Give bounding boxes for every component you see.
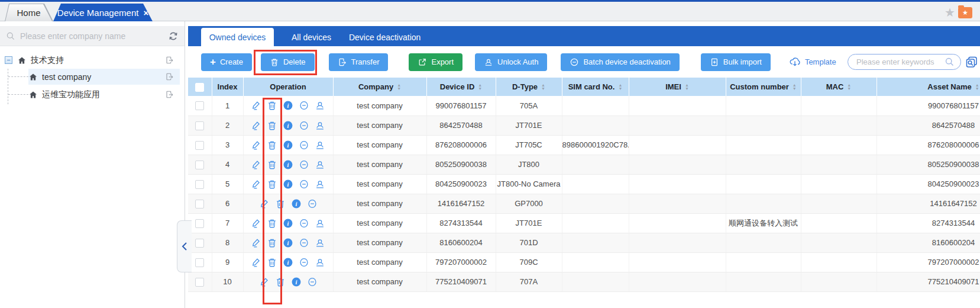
edit-icon[interactable] xyxy=(251,140,261,150)
sort-icon[interactable]: ▲▼ xyxy=(478,84,482,91)
tab-device-management[interactable]: Device Management × xyxy=(53,4,153,21)
info-icon[interactable]: i xyxy=(291,198,302,209)
collapse-node-icon[interactable]: − xyxy=(5,56,12,64)
info-icon[interactable]: i xyxy=(283,159,293,170)
edit-icon[interactable] xyxy=(251,159,261,170)
row-checkbox[interactable] xyxy=(195,239,204,248)
column-header-sim[interactable]: SIM card No.▲▼ xyxy=(562,78,629,96)
keyword-search-input[interactable] xyxy=(856,57,945,66)
delete-icon[interactable] xyxy=(267,120,277,131)
delete-icon[interactable] xyxy=(267,140,277,150)
deactivate-icon[interactable] xyxy=(307,277,318,287)
deactivate-icon[interactable] xyxy=(299,218,309,229)
auth-icon[interactable] xyxy=(315,100,325,111)
unlock-auth-button[interactable]: Unlock Auth xyxy=(475,53,547,71)
auth-icon[interactable] xyxy=(315,140,325,150)
tab-device-deactivation[interactable]: Device deactivation xyxy=(349,28,421,46)
export-button[interactable]: Export xyxy=(409,53,462,71)
delete-icon[interactable] xyxy=(275,198,286,209)
row-checkbox[interactable] xyxy=(195,101,204,110)
row-checkbox[interactable] xyxy=(195,258,204,267)
tree-node-ops-app[interactable]: 运维宝功能应用 xyxy=(28,86,180,102)
column-header-mac[interactable]: MAC▲▼ xyxy=(801,78,876,96)
column-header-asset[interactable]: Asset Name▲▼ xyxy=(876,78,980,96)
delete-icon[interactable] xyxy=(267,238,277,248)
delete-icon[interactable] xyxy=(275,277,286,287)
tree-node-root[interactable]: − 技术支持 xyxy=(5,52,180,68)
deactivate-icon[interactable] xyxy=(299,159,309,170)
row-checkbox[interactable] xyxy=(195,141,204,150)
row-checkbox[interactable] xyxy=(195,180,204,189)
edit-icon[interactable] xyxy=(251,120,261,131)
refresh-icon[interactable] xyxy=(168,31,179,41)
info-icon[interactable]: i xyxy=(283,120,293,131)
tree-node-test-company[interactable]: test company xyxy=(28,69,180,85)
auth-icon[interactable] xyxy=(315,120,325,131)
delete-icon[interactable] xyxy=(267,100,277,111)
info-icon[interactable]: i xyxy=(283,218,293,229)
deactivate-icon[interactable] xyxy=(299,257,309,268)
column-header-device_id[interactable]: Device ID▲▼ xyxy=(426,78,496,96)
delete-icon[interactable] xyxy=(267,159,277,170)
tab-home[interactable]: Home xyxy=(5,4,53,21)
edit-icon[interactable] xyxy=(251,100,261,111)
sort-icon[interactable]: ▲▼ xyxy=(685,84,689,91)
info-icon[interactable]: i xyxy=(283,100,293,111)
tab-owned-devices[interactable]: Owned devices xyxy=(201,28,274,46)
row-checkbox[interactable] xyxy=(195,161,204,169)
edit-icon[interactable] xyxy=(251,218,261,229)
deactivate-icon[interactable] xyxy=(299,100,309,111)
edit-icon[interactable] xyxy=(251,179,261,190)
sort-icon[interactable]: ▲▼ xyxy=(541,84,545,91)
template-link[interactable]: Template xyxy=(789,56,836,68)
column-header-company[interactable]: Company▲▼ xyxy=(333,78,426,96)
info-icon[interactable]: i xyxy=(283,140,293,150)
column-header-custom[interactable]: Custom number▲▼ xyxy=(726,78,801,96)
transfer-button[interactable]: Transfer xyxy=(329,53,389,71)
bulk-import-button[interactable]: Bulk import xyxy=(701,53,771,71)
auth-icon[interactable] xyxy=(315,179,325,190)
company-search-input[interactable] xyxy=(20,31,168,41)
delete-button[interactable]: Delete xyxy=(261,53,315,71)
auth-icon[interactable] xyxy=(315,238,325,248)
edit-icon[interactable] xyxy=(259,277,270,287)
open-company-icon[interactable] xyxy=(165,72,174,81)
delete-icon[interactable] xyxy=(267,257,277,268)
select-all-checkbox[interactable] xyxy=(195,83,204,92)
delete-icon[interactable] xyxy=(267,218,277,229)
delete-icon[interactable] xyxy=(267,179,277,190)
deactivate-icon[interactable] xyxy=(299,179,309,190)
edit-icon[interactable] xyxy=(259,198,270,209)
sort-icon[interactable]: ▲▼ xyxy=(397,84,401,91)
open-company-icon[interactable] xyxy=(165,90,174,99)
column-header-imei[interactable]: IMEI▲▼ xyxy=(629,78,726,96)
auth-icon[interactable] xyxy=(315,159,325,170)
search-icon[interactable] xyxy=(945,57,955,67)
auth-icon[interactable] xyxy=(315,257,325,268)
row-checkbox[interactable] xyxy=(195,278,204,287)
favorites-folder-icon[interactable]: ★ xyxy=(958,7,972,18)
info-icon[interactable]: i xyxy=(291,277,302,287)
info-icon[interactable]: i xyxy=(283,238,293,248)
create-button[interactable]: + Create xyxy=(201,53,252,71)
edit-icon[interactable] xyxy=(251,238,261,248)
row-checkbox[interactable] xyxy=(195,219,204,228)
row-checkbox[interactable] xyxy=(195,121,204,130)
deactivate-icon[interactable] xyxy=(299,140,309,150)
sort-icon[interactable]: ▲▼ xyxy=(793,84,797,91)
sort-icon[interactable]: ▲▼ xyxy=(847,84,851,91)
sort-icon[interactable]: ▲▼ xyxy=(618,84,622,91)
info-icon[interactable]: i xyxy=(283,179,293,190)
open-company-icon[interactable] xyxy=(165,56,174,65)
edit-icon[interactable] xyxy=(251,257,261,268)
auth-icon[interactable] xyxy=(315,218,325,229)
sort-icon[interactable]: ▲▼ xyxy=(975,84,979,91)
column-header-d_type[interactable]: D-Type▲▼ xyxy=(496,78,562,96)
advanced-search-icon[interactable] xyxy=(965,55,979,69)
close-tab-icon[interactable]: × xyxy=(143,8,148,17)
row-checkbox[interactable] xyxy=(195,200,204,208)
batch-device-deactivation-button[interactable]: Batch device deactivation xyxy=(561,53,679,71)
info-icon[interactable]: i xyxy=(283,257,293,268)
favorite-star-icon[interactable]: ★ xyxy=(945,7,955,18)
deactivate-icon[interactable] xyxy=(299,238,309,248)
